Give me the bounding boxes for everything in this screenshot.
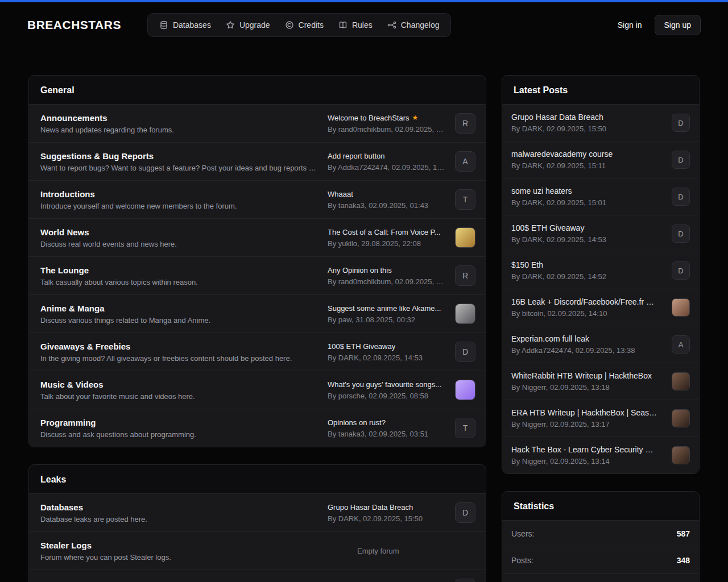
latest-post-title[interactable]: WhiteRabbit HTB Writeup | HacktheBox — [511, 371, 658, 380]
avatar[interactable]: D — [672, 261, 690, 280]
avatar[interactable] — [672, 446, 690, 464]
latest-post-title[interactable]: 16B Leak + Discord/Facebook/Free.fr DBs … — [511, 297, 658, 306]
forum-row[interactable]: Anime & Manga Discuss various things rel… — [29, 294, 486, 332]
forum-row[interactable]: World News Discuss real world events and… — [29, 218, 486, 256]
latest-post-row[interactable]: 16B Leak + Discord/Facebook/Free.fr DBs … — [502, 289, 699, 326]
last-post-title[interactable]: Grupo Hasar Data Breach — [328, 503, 446, 512]
nav-label: Upgrade — [239, 20, 270, 30]
forum-name[interactable]: World News — [40, 227, 318, 237]
avatar[interactable]: D — [455, 579, 475, 582]
forum-row[interactable]: The Lounge Talk casually about various t… — [29, 256, 486, 294]
latest-post-info: 16B Leak + Discord/Facebook/Free.fr DBs … — [511, 297, 665, 318]
forum-row[interactable]: Music & Videos Talk about your favorite … — [29, 371, 486, 409]
forum-info: Programming Discuss and ask questions ab… — [40, 418, 328, 439]
nav-item-changelog[interactable]: Changelog — [380, 16, 446, 34]
forum-info: Suggestions & Bug Reports Want to report… — [40, 151, 328, 172]
forum-name[interactable]: Announcements — [40, 113, 318, 123]
last-post-title[interactable]: Welcome to BreachStars ★ — [328, 114, 446, 122]
avatar[interactable] — [455, 227, 475, 248]
avatar[interactable] — [672, 409, 690, 427]
forum-last-post: Whaaat By tanaka3, 02.09.2025, 01:43 — [328, 190, 446, 210]
latest-post-title[interactable]: Hack The Box - Learn Cyber Security & Et… — [511, 445, 658, 454]
avatar[interactable]: D — [672, 225, 690, 243]
latest-post-row[interactable]: $150 Eth By DARK, 02.09.2025, 14:52 D — [502, 252, 699, 289]
avatar[interactable]: T — [455, 189, 475, 210]
forum-sections: General Announcements News and updates r… — [28, 75, 486, 582]
forum-description: Discuss and ask questions about programm… — [40, 430, 318, 439]
latest-post-row[interactable]: Hack The Box - Learn Cyber Security & Et… — [502, 436, 699, 473]
avatar[interactable]: D — [455, 502, 475, 523]
forum-row[interactable]: Giveaways & Freebies In the giving mood?… — [29, 332, 486, 371]
last-post-title[interactable]: 100$ ETH Giveaway — [328, 342, 446, 351]
nav-item-databases[interactable]: Databases — [152, 16, 218, 34]
latest-posts-list: Grupo Hasar Data Breach By DARK, 02.09.2… — [502, 104, 699, 473]
latest-post-meta: By DARK, 02.09.2025, 15:11 — [511, 161, 658, 170]
avatar[interactable]: D — [672, 151, 690, 169]
forum-description: Database leaks are posted here. — [40, 515, 318, 523]
forum-row[interactable]: Announcements News and updates regarding… — [29, 104, 486, 142]
last-post-title[interactable]: Suggest some anime like Akame... — [328, 304, 446, 313]
brand-logo[interactable]: BREACHSTARS — [27, 18, 121, 32]
last-post-title[interactable]: What's you guys' favourite songs... — [328, 380, 446, 389]
latest-post-info: $150 Eth By DARK, 02.09.2025, 14:52 — [511, 260, 665, 281]
latest-post-title[interactable]: $150 Eth — [511, 260, 658, 269]
latest-post-title[interactable]: Experian.com full leak — [511, 334, 658, 343]
avatar[interactable]: D — [455, 342, 475, 362]
latest-post-info: some uzi heaters By DARK, 02.09.2025, 15… — [511, 186, 665, 207]
forum-row[interactable]: Introductions Introduce yourself and wel… — [29, 180, 486, 218]
latest-post-row[interactable]: Experian.com full leak By Addka7242474, … — [502, 326, 699, 363]
forum-row[interactable]: Databases Database leaks are posted here… — [29, 493, 486, 531]
git-branch-icon — [387, 20, 396, 30]
forum-name[interactable]: Databases — [40, 502, 318, 512]
latest-post-title[interactable]: Grupo Hasar Data Breach — [511, 113, 658, 122]
forum-row[interactable]: Other Leaks malwaredevacademy course D — [29, 569, 486, 582]
nav-item-credits[interactable]: Credits — [278, 16, 330, 34]
forum-name[interactable]: Programming — [40, 418, 318, 427]
avatar[interactable]: D — [672, 188, 690, 206]
avatar[interactable]: A — [672, 335, 690, 354]
last-post-title[interactable]: Empty forum — [357, 547, 475, 555]
avatar[interactable]: A — [455, 151, 475, 172]
forum-row[interactable]: Suggestions & Bug Reports Want to report… — [29, 142, 486, 180]
avatar[interactable] — [455, 380, 475, 400]
avatar[interactable] — [672, 372, 690, 390]
latest-post-row[interactable]: malwaredevacademy course By DARK, 02.09.… — [502, 141, 699, 178]
forum-name[interactable]: Music & Videos — [40, 380, 318, 389]
forum-row[interactable]: Stealer Logs Forum where you can post St… — [29, 531, 486, 569]
forum-name[interactable]: Introductions — [40, 189, 318, 199]
sign-up-button[interactable]: Sign up — [655, 15, 701, 35]
latest-post-title[interactable]: malwaredevacademy course — [511, 149, 658, 159]
latest-post-row[interactable]: some uzi heaters By DARK, 02.09.2025, 15… — [502, 178, 699, 215]
forum-name[interactable]: Giveaways & Freebies — [40, 342, 318, 351]
avatar[interactable]: T — [455, 418, 475, 438]
last-post-title[interactable]: The Cost of a Call: From Voice P... — [328, 228, 446, 236]
avatar[interactable]: R — [455, 113, 475, 134]
avatar[interactable] — [455, 304, 475, 324]
forum-name[interactable]: Suggestions & Bug Reports — [40, 151, 318, 161]
nav-item-upgrade[interactable]: Upgrade — [219, 16, 277, 34]
forum-name[interactable]: Stealer Logs — [40, 541, 348, 550]
latest-post-row[interactable]: ERA HTB Writeup | HacktheBox | Season 8 … — [502, 400, 699, 436]
avatar[interactable]: R — [455, 265, 475, 286]
latest-post-row[interactable]: 100$ ETH Giveaway By DARK, 02.09.2025, 1… — [502, 215, 699, 252]
forum-name[interactable]: Anime & Manga — [40, 304, 318, 313]
nav-item-rules[interactable]: Rules — [332, 16, 379, 34]
latest-post-row[interactable]: Grupo Hasar Data Breach By DARK, 02.09.2… — [502, 104, 699, 141]
last-post-meta: By rand0mchikbum, 02.09.2025, 0... — [328, 125, 446, 134]
avatar[interactable]: D — [672, 114, 690, 132]
last-post-title[interactable]: Any Opinion on this — [328, 266, 446, 275]
forum-name[interactable]: The Lounge — [40, 265, 318, 275]
avatar[interactable] — [672, 298, 690, 317]
last-post-title[interactable]: Add report button — [328, 152, 446, 160]
forum-row[interactable]: Programming Discuss and ask questions ab… — [29, 409, 486, 447]
latest-post-meta: By Niggerr, 02.09.2025, 13:18 — [511, 383, 658, 392]
latest-post-title[interactable]: some uzi heaters — [511, 186, 658, 196]
latest-post-title[interactable]: 100$ ETH Giveaway — [511, 223, 658, 232]
sign-in-button[interactable]: Sign in — [612, 16, 648, 34]
forum-description: In the giving mood? All giveaways or fre… — [40, 354, 318, 363]
last-post-title[interactable]: Whaaat — [328, 190, 446, 198]
last-post-title[interactable]: Opinions on rust? — [328, 418, 446, 427]
latest-post-row[interactable]: WhiteRabbit HTB Writeup | HacktheBox By … — [502, 363, 699, 400]
credits-icon — [285, 20, 294, 30]
latest-post-title[interactable]: ERA HTB Writeup | HacktheBox | Season 8 — [511, 408, 658, 417]
